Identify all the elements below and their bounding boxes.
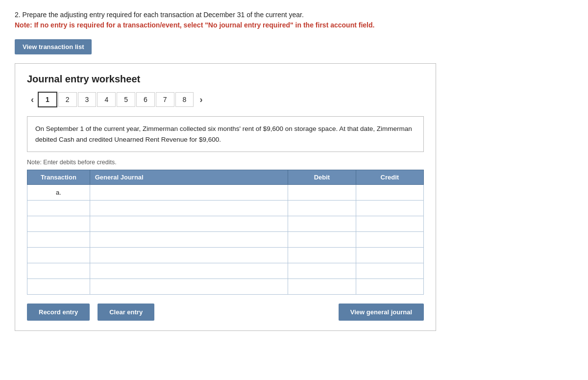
debit-cell-1[interactable] [288, 185, 356, 201]
journal-input-5[interactable] [90, 248, 288, 263]
table-row: a. [27, 185, 424, 201]
journal-input-7[interactable] [90, 279, 288, 294]
button-row: Record entry Clear entry View general jo… [27, 304, 424, 321]
debit-cell-4[interactable] [288, 232, 356, 248]
journal-cell-5[interactable] [90, 248, 288, 263]
debit-cell-2[interactable] [288, 201, 356, 216]
journal-input-1[interactable] [90, 185, 288, 200]
tab-7[interactable]: 7 [156, 92, 174, 107]
instruction-line1: 2. Prepare the adjusting entry required … [15, 10, 573, 20]
journal-input-3[interactable] [90, 216, 288, 231]
debit-input-7[interactable] [288, 279, 355, 294]
journal-table: Transaction General Journal Debit Credit… [27, 170, 424, 295]
tab-8[interactable]: 8 [175, 92, 194, 107]
credit-input-3[interactable] [356, 216, 423, 231]
tab-navigation: ‹ 1 2 3 4 5 6 7 8 › [27, 92, 424, 107]
transaction-label-5 [27, 248, 90, 263]
transaction-label-3 [27, 216, 90, 232]
table-row [27, 263, 424, 279]
journal-cell-4[interactable] [90, 232, 288, 248]
credit-input-2[interactable] [356, 201, 423, 216]
journal-cell-6[interactable] [90, 263, 288, 279]
tab-6[interactable]: 6 [136, 92, 155, 107]
tab-prev-arrow[interactable]: ‹ [27, 93, 38, 107]
debit-input-4[interactable] [288, 232, 355, 247]
credit-input-6[interactable] [356, 263, 423, 279]
journal-cell-1[interactable] [90, 185, 288, 201]
credit-cell-3[interactable] [356, 216, 423, 232]
journal-input-6[interactable] [90, 263, 288, 279]
tab-3[interactable]: 3 [78, 92, 97, 107]
journal-input-4[interactable] [90, 232, 288, 247]
credit-input-5[interactable] [356, 248, 423, 263]
journal-cell-3[interactable] [90, 216, 288, 232]
table-row [27, 248, 424, 263]
instruction-line2: Note: If no entry is required for a tran… [15, 20, 573, 30]
journal-cell-2[interactable] [90, 201, 288, 216]
transaction-label-4 [27, 232, 90, 248]
debit-cell-3[interactable] [288, 216, 356, 232]
debit-input-1[interactable] [288, 185, 355, 200]
col-header-transaction: Transaction [27, 170, 90, 185]
clear-entry-button[interactable]: Clear entry [98, 304, 154, 321]
view-transaction-button[interactable]: View transaction list [15, 39, 92, 54]
transaction-label-6 [27, 263, 90, 279]
transaction-description: On September 1 of the current year, Zimm… [27, 116, 424, 152]
debit-cell-5[interactable] [288, 248, 356, 263]
tab-4[interactable]: 4 [97, 92, 116, 107]
tab-next-arrow[interactable]: › [199, 95, 202, 105]
credit-cell-5[interactable] [356, 248, 423, 263]
credit-cell-6[interactable] [356, 263, 423, 279]
credit-cell-1[interactable] [356, 185, 423, 201]
tab-5[interactable]: 5 [117, 92, 135, 107]
col-header-debit: Debit [288, 170, 356, 185]
col-header-journal: General Journal [90, 170, 288, 185]
journal-cell-7[interactable] [90, 279, 288, 295]
debit-input-6[interactable] [288, 263, 355, 279]
col-header-credit: Credit [356, 170, 423, 185]
transaction-label-a: a. [27, 185, 90, 201]
note-text: Note: Enter debits before credits. [27, 159, 424, 166]
table-row [27, 279, 424, 295]
worksheet-title: Journal entry worksheet [27, 74, 424, 85]
credit-input-4[interactable] [356, 232, 423, 247]
table-row [27, 201, 424, 216]
transaction-label-2 [27, 201, 90, 216]
credit-input-1[interactable] [356, 185, 423, 200]
credit-cell-2[interactable] [356, 201, 423, 216]
debit-input-3[interactable] [288, 216, 355, 231]
table-row [27, 232, 424, 248]
credit-input-7[interactable] [356, 279, 423, 294]
credit-cell-4[interactable] [356, 232, 423, 248]
table-row [27, 216, 424, 232]
journal-input-2[interactable] [90, 201, 288, 216]
worksheet-container: Journal entry worksheet ‹ 1 2 3 4 5 6 7 … [15, 63, 436, 331]
debit-input-5[interactable] [288, 248, 355, 263]
debit-cell-7[interactable] [288, 279, 356, 295]
debit-input-2[interactable] [288, 201, 355, 216]
credit-cell-7[interactable] [356, 279, 423, 295]
transaction-label-7 [27, 279, 90, 295]
tab-2[interactable]: 2 [58, 92, 77, 107]
debit-cell-6[interactable] [288, 263, 356, 279]
record-entry-button[interactable]: Record entry [27, 304, 90, 321]
view-general-journal-button[interactable]: View general journal [339, 304, 424, 321]
tab-1[interactable]: 1 [38, 92, 57, 107]
